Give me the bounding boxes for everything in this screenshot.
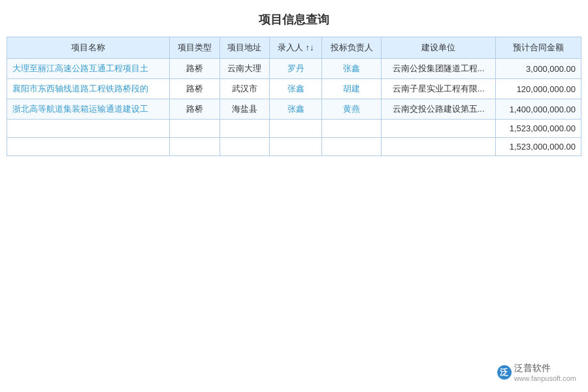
- table-row: 浙北高等航道集装箱运输通道建设工路桥海盐县张鑫黄燕云南交投公路建设第五...1,…: [7, 99, 581, 120]
- summary-empty-cell: [269, 120, 321, 138]
- cell-bidmanager[interactable]: 黄燕: [322, 99, 382, 120]
- table-row: 大理至丽江高速公路互通工程项目土路桥云南大理罗丹张鑫云南公投集团隧道工程...3…: [7, 59, 581, 79]
- total-empty-cell: [382, 138, 496, 156]
- cell-amount: 1,400,000,000.00: [496, 99, 581, 120]
- cell-recorder[interactable]: 罗丹: [269, 59, 321, 79]
- total-empty-cell: [322, 138, 382, 156]
- cell-type: 路桥: [170, 79, 220, 99]
- total-empty-cell: [220, 138, 269, 156]
- watermark-text-block: 泛普软件 www.fanpusoft.com: [514, 362, 576, 383]
- watermark-sub-text: www.fanpusoft.com: [514, 374, 576, 383]
- cell-builder: 云南子星实业工程有限...: [382, 79, 496, 99]
- cell-builder: 云南交投公路建设第五...: [382, 99, 496, 120]
- page-title: 项目信息查询: [0, 0, 588, 37]
- col-header-bidmanager: 投标负责人: [322, 37, 382, 59]
- table-wrapper: 项目名称 项目类型 项目地址 录入人 ↑↓ 投标负责人 建设单位 预计合同金额 …: [0, 37, 588, 156]
- cell-recorder[interactable]: 张鑫: [269, 99, 321, 120]
- cell-amount: 120,000,000.00: [496, 79, 581, 99]
- summary-empty-cell: [7, 120, 170, 138]
- summary-empty-cell: [170, 120, 220, 138]
- project-table: 项目名称 项目类型 项目地址 录入人 ↑↓ 投标负责人 建设单位 预计合同金额 …: [7, 37, 581, 156]
- table-row: 襄阳市东西轴线道路工程铁路桥段的路桥武汉市张鑫胡建云南子星实业工程有限...12…: [7, 79, 581, 99]
- col-header-type: 项目类型: [170, 37, 220, 59]
- total-empty-cell: [170, 138, 220, 156]
- summary-empty-cell: [220, 120, 269, 138]
- total-empty-cell: [269, 138, 321, 156]
- cell-name[interactable]: 大理至丽江高速公路互通工程项目土: [7, 59, 170, 79]
- total-empty-cell: [7, 138, 170, 156]
- total-amount: 1,523,000,000.00: [496, 138, 581, 156]
- watermark-logo-icon: 泛: [497, 365, 512, 380]
- watermark: 泛 泛普软件 www.fanpusoft.com: [497, 362, 576, 383]
- cell-address: 云南大理: [220, 59, 269, 79]
- col-header-amount: 预计合同金额: [496, 37, 581, 59]
- col-header-recorder[interactable]: 录入人 ↑↓: [269, 37, 321, 59]
- cell-recorder[interactable]: 张鑫: [269, 79, 321, 99]
- cell-name[interactable]: 襄阳市东西轴线道路工程铁路桥段的: [7, 79, 170, 99]
- table-header-row: 项目名称 项目类型 项目地址 录入人 ↑↓ 投标负责人 建设单位 预计合同金额: [7, 37, 581, 59]
- summary-row: 1,523,000,000.00: [7, 120, 581, 138]
- summary-amount: 1,523,000,000.00: [496, 120, 581, 138]
- cell-type: 路桥: [170, 59, 220, 79]
- cell-address: 海盐县: [220, 99, 269, 120]
- cell-bidmanager[interactable]: 胡建: [322, 79, 382, 99]
- summary-empty-cell: [382, 120, 496, 138]
- col-header-address: 项目地址: [220, 37, 269, 59]
- col-header-builder: 建设单位: [382, 37, 496, 59]
- watermark-logo-char: 泛: [500, 367, 508, 378]
- cell-address: 武汉市: [220, 79, 269, 99]
- cell-amount: 3,000,000.00: [496, 59, 581, 79]
- page-container: 项目信息查询 项目名称 项目类型 项目地址 录入人 ↑↓ 投标负责人 建设单位 …: [0, 0, 588, 392]
- summary-empty-cell: [322, 120, 382, 138]
- watermark-main-text: 泛普软件: [514, 362, 576, 374]
- cell-builder: 云南公投集团隧道工程...: [382, 59, 496, 79]
- cell-name[interactable]: 浙北高等航道集装箱运输通道建设工: [7, 99, 170, 120]
- cell-bidmanager[interactable]: 张鑫: [322, 59, 382, 79]
- total-row: 1,523,000,000.00: [7, 138, 581, 156]
- cell-type: 路桥: [170, 99, 220, 120]
- col-header-name: 项目名称: [7, 37, 170, 59]
